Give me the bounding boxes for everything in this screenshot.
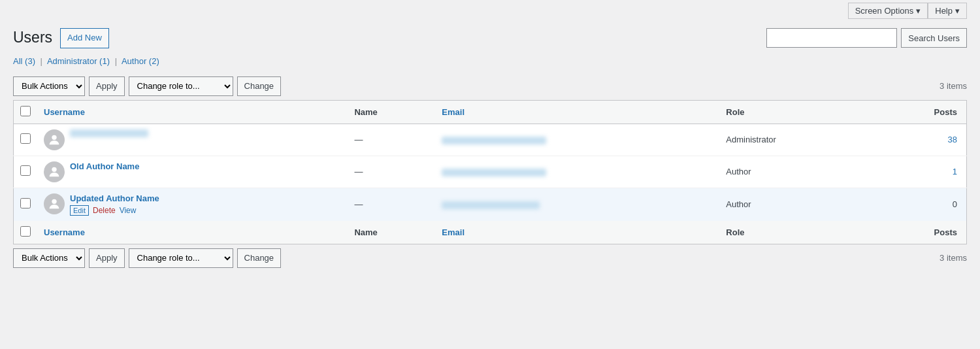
avatar xyxy=(44,129,65,150)
username-link[interactable]: Updated Author Name xyxy=(70,193,159,203)
search-input[interactable] xyxy=(766,28,897,48)
row-actions: Edit Delete View xyxy=(70,205,159,216)
footer-posts: Posts xyxy=(872,221,967,244)
bulk-actions-select-top[interactable]: Bulk Actions xyxy=(13,76,85,96)
bulk-actions-select-bottom[interactable]: Bulk Actions xyxy=(13,248,85,268)
top-toolbar: Bulk Actions Apply Change role to... Cha… xyxy=(13,73,967,100)
change-role-select-top[interactable]: Change role to... xyxy=(129,76,233,96)
change-button-top[interactable]: Change xyxy=(237,76,282,96)
page-title: Users xyxy=(13,28,52,48)
header-email[interactable]: Email xyxy=(435,100,719,124)
username-info: Updated Author Name Edit Delete View xyxy=(70,193,159,216)
footer-email[interactable]: Email xyxy=(435,221,719,244)
header-username[interactable]: Username xyxy=(37,100,348,124)
row-checkbox-cell xyxy=(14,188,38,221)
row-checkbox[interactable] xyxy=(20,198,31,208)
username-cell xyxy=(37,124,348,156)
footer-checkbox-cell xyxy=(14,221,38,244)
screen-options-button[interactable]: Screen Options ▾ xyxy=(848,3,928,19)
avatar xyxy=(44,193,65,214)
users-table: Username Name Email Role Posts xyxy=(13,100,967,244)
name-cell: — xyxy=(348,156,435,188)
posts-link[interactable]: 1 xyxy=(953,167,957,176)
help-button[interactable]: Help ▾ xyxy=(928,3,967,19)
username-info: Old Author Name xyxy=(70,161,139,171)
email-cell xyxy=(435,124,719,156)
header-posts: Posts xyxy=(872,100,967,124)
row-checkbox-cell xyxy=(14,156,38,188)
footer-role: Role xyxy=(719,221,872,244)
posts-cell: 38 xyxy=(872,124,967,156)
search-users-button[interactable]: Search Users xyxy=(901,28,967,48)
row-checkbox-cell xyxy=(14,124,38,156)
role-cell: Author xyxy=(719,188,872,221)
email-cell xyxy=(435,188,719,221)
content-area: Users Add New Search Users All (3) | Adm… xyxy=(0,22,980,285)
svg-point-1 xyxy=(52,167,56,171)
svg-point-2 xyxy=(52,199,56,203)
posts-cell: 0 xyxy=(872,188,967,221)
role-cell: Administrator xyxy=(719,124,872,156)
email-blurred xyxy=(442,201,540,209)
filter-links: All (3) | Administrator (1) | Author (2) xyxy=(13,56,967,66)
table-row: Old Author Name — Author 1 xyxy=(14,156,967,188)
page-wrapper: Screen Options ▾ Help ▾ Users Add New Se… xyxy=(0,0,980,349)
item-count-bottom: 3 items xyxy=(939,253,967,263)
screen-options-label: Screen Options xyxy=(855,6,914,16)
add-new-button[interactable]: Add New xyxy=(60,28,109,48)
posts-cell: 1 xyxy=(872,156,967,188)
view-action[interactable]: View xyxy=(120,206,137,215)
sep1: | xyxy=(41,56,42,66)
email-blurred xyxy=(442,137,546,144)
filter-administrator[interactable]: Administrator (1) xyxy=(47,56,110,66)
top-bar: Screen Options ▾ Help ▾ xyxy=(0,0,980,22)
posts-link[interactable]: 38 xyxy=(948,135,957,144)
footer-username[interactable]: Username xyxy=(37,221,348,244)
select-all-checkbox[interactable] xyxy=(20,106,31,116)
svg-point-0 xyxy=(52,135,56,139)
header-name: Name xyxy=(348,100,435,124)
username-link[interactable]: Old Author Name xyxy=(70,161,139,171)
top-controls: Users Add New Search Users xyxy=(13,28,967,56)
row-checkbox[interactable] xyxy=(20,133,31,144)
username-info xyxy=(70,129,148,137)
help-label: Help xyxy=(935,6,953,16)
change-role-select-bottom[interactable]: Change role to... xyxy=(129,248,233,268)
username-cell: Updated Author Name Edit Delete View xyxy=(37,188,348,221)
top-right: Search Users xyxy=(766,28,967,53)
role-cell: Author xyxy=(719,156,872,188)
search-row: Search Users xyxy=(766,28,967,48)
filter-all[interactable]: All (3) xyxy=(13,56,35,66)
table-footer-row: Username Name Email Role Posts xyxy=(14,221,967,244)
table-row: — Administrator 38 xyxy=(14,124,967,156)
table-body: — Administrator 38 xyxy=(14,124,967,221)
page-header: Users Add New xyxy=(13,28,109,48)
footer-name: Name xyxy=(348,221,435,244)
apply-button-bottom[interactable]: Apply xyxy=(89,248,125,268)
delete-action[interactable]: Delete xyxy=(93,206,116,215)
row-checkbox[interactable] xyxy=(20,165,31,176)
name-cell: — xyxy=(348,188,435,221)
username-blurred xyxy=(70,129,148,137)
help-chevron: ▾ xyxy=(955,6,960,16)
email-cell xyxy=(435,156,719,188)
posts-zero: 0 xyxy=(953,199,957,209)
sep2: | xyxy=(115,56,117,66)
email-blurred xyxy=(442,169,546,176)
name-cell: — xyxy=(348,124,435,156)
avatar xyxy=(44,161,65,182)
table-header-row: Username Name Email Role Posts xyxy=(14,100,967,124)
table-row: Updated Author Name Edit Delete View — xyxy=(14,188,967,221)
header-checkbox-cell xyxy=(14,100,38,124)
edit-action[interactable]: Edit xyxy=(70,205,89,216)
screen-options-chevron: ▾ xyxy=(916,6,921,16)
change-button-bottom[interactable]: Change xyxy=(237,248,282,268)
select-all-checkbox-bottom[interactable] xyxy=(20,226,31,237)
apply-button-top[interactable]: Apply xyxy=(89,76,125,96)
header-role: Role xyxy=(719,100,872,124)
username-cell: Old Author Name xyxy=(37,156,348,188)
bottom-toolbar: Bulk Actions Apply Change role to... Cha… xyxy=(13,244,967,272)
filter-author[interactable]: Author (2) xyxy=(122,56,159,66)
item-count-top: 3 items xyxy=(939,81,967,91)
